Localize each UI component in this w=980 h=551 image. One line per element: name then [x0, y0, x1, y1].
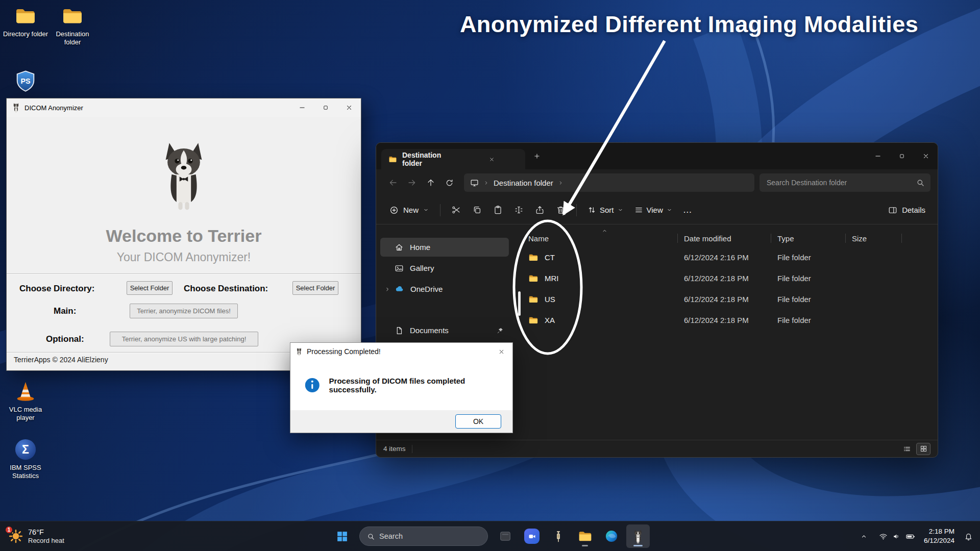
window-title: DICOM Anonymizer: [24, 104, 83, 112]
share-button[interactable]: [529, 201, 550, 219]
gallery-icon: [395, 264, 404, 273]
forward-button[interactable]: [402, 174, 421, 191]
folder-icon: [528, 253, 538, 263]
desktop-icon-directory-folder[interactable]: Directory folder: [2, 5, 49, 38]
sidebar-item-onedrive[interactable]: OneDrive: [380, 280, 509, 298]
explorer-search[interactable]: [760, 173, 930, 192]
file-name-cell: XA: [525, 315, 681, 325]
back-button[interactable]: [383, 174, 402, 191]
sidebar-item-label: Gallery: [410, 264, 434, 272]
chevron-right-icon: [558, 180, 564, 186]
weather-widget[interactable]: 1 76°F Record heat: [3, 524, 69, 548]
minimize-button[interactable]: [290, 98, 314, 117]
bell-icon: [964, 532, 973, 541]
sidebar-item-documents[interactable]: Documents: [380, 321, 509, 340]
explorer-tab[interactable]: Destination folder: [381, 149, 525, 169]
tray-status-icons[interactable]: [877, 529, 917, 544]
new-button[interactable]: New: [383, 201, 435, 219]
file-row-us[interactable]: US 6/12/2024 2:18 PM File folder: [525, 289, 938, 310]
sort-button[interactable]: Sort: [582, 201, 629, 219]
app-icon-edge[interactable]: [600, 524, 623, 548]
start-button[interactable]: [330, 524, 354, 548]
column-headers: Name Date modified Type Size: [525, 230, 938, 247]
column-header-type[interactable]: Type: [774, 234, 849, 243]
file-name: US: [545, 295, 555, 304]
taskbar-search-input[interactable]: [379, 532, 480, 540]
app-icon-chat[interactable]: [520, 524, 544, 548]
terrier-logo-icon: [296, 347, 303, 356]
anonymize-us-button[interactable]: Terrier, anonymize US with large patchin…: [110, 332, 258, 346]
chevron-right-icon: [483, 180, 489, 186]
desktop-icon-vlc[interactable]: VLC media player: [2, 380, 49, 422]
sidebar-item-label: Home: [410, 243, 430, 252]
file-name: MRI: [545, 274, 559, 283]
thumbnail-view-toggle[interactable]: [916, 443, 930, 455]
welcome-heading: Welcome to Terrier: [7, 226, 361, 246]
sidebar-item-home[interactable]: Home: [380, 238, 509, 257]
select-directory-button[interactable]: Select Folder: [127, 281, 173, 295]
column-header-date-modified[interactable]: Date modified: [681, 234, 774, 243]
share-icon: [535, 205, 545, 215]
sort-icon: [587, 206, 596, 214]
maximize-button[interactable]: [314, 98, 337, 117]
windows-logo-icon: [336, 530, 349, 543]
sidebar-scrollbar[interactable]: [518, 291, 521, 316]
divider: [7, 273, 361, 274]
taskbar-clock[interactable]: 2:18 PM 6/12/2024: [924, 527, 954, 545]
desktop-icon-ps-shield[interactable]: [2, 69, 49, 95]
new-tab-button[interactable]: [528, 147, 546, 165]
desktop-icon-destination-folder[interactable]: Destination folder: [49, 5, 96, 47]
rename-button[interactable]: [508, 201, 529, 219]
close-button[interactable]: [337, 98, 361, 117]
taskbar-search[interactable]: [359, 527, 488, 546]
details-pane-button[interactable]: Details: [883, 201, 930, 219]
item-count: 4 items: [383, 445, 406, 453]
sidebar-item-gallery[interactable]: Gallery: [380, 259, 509, 278]
minimize-button[interactable]: [866, 143, 890, 169]
copyright-footer: TerrierApps © 2024 AliElzieny: [14, 356, 108, 364]
breadcrumb-bar[interactable]: Destination folder: [464, 173, 754, 192]
chevron-down-icon: [667, 207, 672, 213]
pin-icon: [497, 327, 504, 334]
dialog-titlebar[interactable]: Processing Completed!: [290, 343, 512, 360]
cut-button[interactable]: [446, 201, 467, 219]
app-icon-file-explorer[interactable]: [573, 524, 597, 548]
ok-button[interactable]: OK: [455, 414, 501, 429]
column-header-name[interactable]: Name: [525, 234, 681, 243]
dicom-titlebar[interactable]: DICOM Anonymizer: [7, 98, 361, 117]
copy-button[interactable]: [467, 201, 487, 219]
system-tray: 2:18 PM 6/12/2024: [857, 521, 976, 551]
file-row-ct[interactable]: CT 6/12/2024 2:16 PM File folder: [525, 247, 938, 268]
anonymize-dicom-button[interactable]: Terrier, anonymize DICOM files!: [130, 304, 238, 318]
sidebar-item-label: Documents: [410, 326, 449, 335]
tab-close-button[interactable]: [464, 154, 521, 165]
refresh-button[interactable]: [440, 174, 459, 191]
explorer-search-input[interactable]: [767, 179, 912, 187]
breadcrumb-segment[interactable]: Destination folder: [494, 179, 553, 187]
app-icon-dark-window[interactable]: [494, 524, 517, 548]
maximize-button[interactable]: [890, 143, 914, 169]
chevron-right-icon[interactable]: [384, 286, 390, 292]
tray-chevron-up[interactable]: [857, 530, 870, 543]
dialog-close-button[interactable]: [490, 343, 512, 360]
column-label: Size: [852, 234, 867, 243]
folder-icon: [528, 294, 538, 305]
notification-bell[interactable]: [961, 529, 976, 544]
list-view-toggle[interactable]: [900, 443, 914, 455]
file-type: File folder: [774, 295, 849, 304]
column-header-size[interactable]: Size: [849, 234, 905, 243]
paste-button[interactable]: [487, 201, 508, 219]
file-row-mri[interactable]: MRI 6/12/2024 2:18 PM File folder: [525, 268, 938, 289]
app-icon-medical-tool[interactable]: [547, 524, 570, 548]
close-button[interactable]: [914, 143, 938, 169]
more-options-button[interactable]: …: [678, 201, 697, 219]
view-button[interactable]: View: [629, 201, 678, 219]
arrow-up-icon: [426, 178, 435, 187]
delete-button[interactable]: [550, 201, 571, 219]
file-row-xa[interactable]: XA 6/12/2024 2:18 PM File folder: [525, 310, 938, 331]
annotation-title: Anonymized Different Imaging Modalities: [439, 11, 939, 38]
select-destination-button[interactable]: Select Folder: [292, 281, 338, 295]
desktop-icon-spss[interactable]: IBM SPSS Statistics: [2, 438, 49, 481]
app-icon-dicom-anonymizer[interactable]: [626, 524, 650, 548]
up-button[interactable]: [421, 174, 440, 191]
